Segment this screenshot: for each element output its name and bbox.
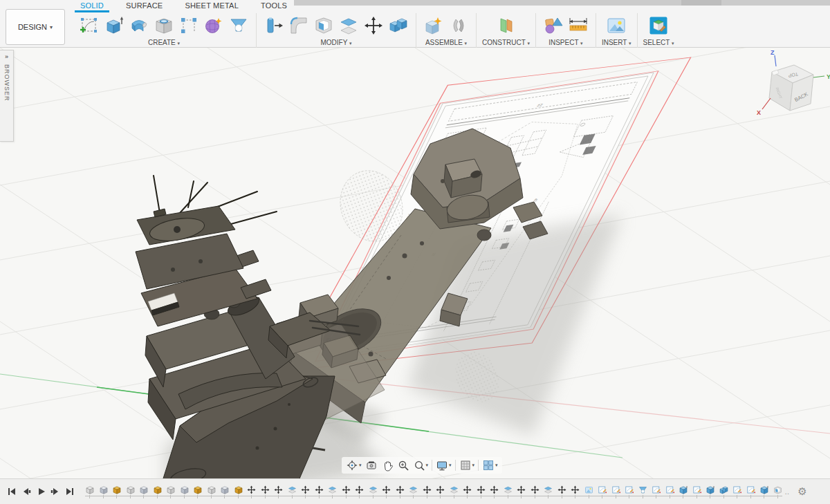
timeline-feature-box-shaded-7[interactable] — [180, 485, 189, 494]
timeline-feature-box-0[interactable] — [85, 485, 94, 494]
timeline-feature-extrude-44[interactable] — [679, 485, 688, 494]
timeline-feature-combine-47[interactable] — [719, 485, 728, 494]
timeline-feature-sketch-39[interactable] — [611, 485, 620, 494]
timeline-feature-sketch-40[interactable] — [625, 485, 634, 494]
timeline-feature-box-gold-8[interactable] — [193, 485, 202, 494]
timeline-feature-offset-21[interactable] — [369, 485, 378, 494]
timeline-feature-sketch-43[interactable] — [665, 485, 674, 494]
group-label-modify[interactable]: MODIFY ▾ — [321, 39, 352, 46]
timeline-feature-move-14[interactable] — [274, 485, 283, 494]
timeline-feature-move-13[interactable] — [261, 485, 270, 494]
toolbar-icon-form[interactable] — [202, 14, 225, 37]
tab-surface[interactable]: SURFACE — [115, 0, 174, 12]
timeline-feature-offset-27[interactable] — [450, 485, 459, 494]
view-control-fit-icon[interactable]: ▾ — [413, 459, 429, 472]
toolbar-icon-measure[interactable] — [566, 14, 590, 37]
timeline-feature-move-16[interactable] — [301, 485, 310, 494]
playback-play-button[interactable] — [35, 486, 46, 498]
timeline-feature-sketch-45[interactable] — [692, 485, 701, 494]
timeline-feature-sketch-42[interactable] — [652, 485, 661, 494]
timeline-feature-box-6[interactable] — [166, 485, 175, 494]
toolbar-icon-pattern[interactable] — [177, 14, 201, 37]
timeline-feature-move-36[interactable] — [571, 485, 580, 494]
expand-panel-icon[interactable]: » — [5, 53, 8, 60]
timeline-feature-move-33[interactable] — [531, 485, 540, 494]
group-label-create[interactable]: CREATE ▾ — [148, 39, 180, 46]
timeline-feature-move-12[interactable] — [247, 485, 256, 494]
timeline-feature-move-26[interactable] — [436, 485, 445, 494]
playback-go-start-button[interactable] — [6, 486, 17, 498]
timeline-feature-box-gold-11[interactable] — [234, 485, 243, 494]
timeline-feature-move-19[interactable] — [342, 485, 351, 494]
chevron-down-icon[interactable]: ▾ — [472, 463, 475, 468]
browser-panel-collapsed[interactable]: » BROWSER — [0, 50, 14, 142]
toolbar-icon-sketch[interactable] — [77, 14, 101, 37]
timeline-feature-move-22[interactable] — [382, 485, 391, 494]
view-control-zoom-icon[interactable] — [397, 459, 409, 472]
playback-step-back-button[interactable] — [20, 486, 32, 498]
view-control-look-at-icon[interactable] — [365, 459, 378, 472]
timeline-feature-sketch-48[interactable] — [732, 485, 741, 494]
timeline-feature-shell-51[interactable] — [773, 485, 782, 494]
toolbar-icon-select[interactable] — [647, 14, 670, 37]
toolbar-icon-funnel[interactable] — [227, 14, 250, 37]
timeline-feature-box-gold-2[interactable] — [112, 485, 121, 494]
tab-sheet-metal[interactable]: SHEET METAL — [174, 0, 250, 12]
timeline-feature-offset-34[interactable] — [544, 485, 553, 494]
view-control-viewports-icon[interactable]: ▾ — [482, 459, 498, 472]
timeline-feature-box-shaded-1[interactable] — [99, 485, 108, 494]
toolbar-icon-offset[interactable] — [337, 14, 360, 37]
chevron-down-icon[interactable]: ▾ — [449, 463, 452, 468]
group-label-construct[interactable]: CONSTRUCT ▾ — [482, 39, 530, 46]
chevron-down-icon[interactable]: ▾ — [495, 463, 498, 468]
toolbar-icon-plane[interactable] — [494, 14, 517, 37]
design-menu-button[interactable]: DESIGN ▾ — [6, 9, 65, 45]
timeline-feature-box-shaded-10[interactable] — [220, 485, 229, 494]
timeline-feature-box-gold-5[interactable] — [153, 485, 162, 494]
toolbar-icon-image[interactable] — [605, 14, 628, 37]
toolbar-icon-joint[interactable] — [447, 14, 470, 37]
timeline-feature-offset-15[interactable] — [288, 485, 297, 494]
toolbar-icon-extrude[interactable] — [102, 14, 126, 37]
toolbar-icon-shell[interactable] — [312, 14, 335, 37]
timeline-feature-sketch-49[interactable] — [746, 485, 755, 494]
timeline-track[interactable] — [85, 484, 782, 500]
timeline-feature-move-32[interactable] — [517, 485, 526, 494]
toolbar-icon-fillet[interactable] — [287, 14, 311, 37]
group-label-select[interactable]: SELECT ▾ — [643, 39, 674, 46]
toolbar-icon-inspect-shapes[interactable] — [542, 14, 565, 37]
timeline-feature-move-17[interactable] — [315, 485, 324, 494]
timeline-feature-move-23[interactable] — [396, 485, 405, 494]
timeline-feature-move-35[interactable] — [557, 485, 566, 494]
timeline-feature-move-20[interactable] — [355, 485, 364, 494]
timeline-feature-move-29[interactable] — [477, 485, 486, 494]
timeline-feature-box-3[interactable] — [126, 485, 135, 494]
group-label-inspect[interactable]: INSPECT ▾ — [548, 39, 582, 46]
playback-go-end-button[interactable] — [64, 486, 75, 498]
toolbar-icon-combine[interactable] — [387, 14, 410, 37]
tab-tools[interactable]: TOOLS — [250, 0, 298, 12]
chevron-down-icon[interactable]: ▾ — [359, 463, 362, 468]
timeline-feature-move-25[interactable] — [423, 485, 432, 494]
group-label-insert[interactable]: INSERT ▾ — [602, 39, 631, 46]
3d-viewport[interactable]: 22 42 32 1-250 — [0, 48, 830, 478]
timeline-feature-offset-24[interactable] — [409, 485, 418, 494]
view-control-orbit-icon[interactable]: ▾ — [346, 459, 362, 472]
timeline-feature-funnel-41[interactable] — [638, 485, 647, 494]
timeline-feature-move-30[interactable] — [490, 485, 499, 494]
toolbar-icon-hole[interactable] — [152, 14, 176, 37]
timeline-feature-extrude-50[interactable] — [759, 485, 768, 494]
timeline-feature-sketch-38[interactable] — [598, 485, 607, 494]
timeline-feature-move-28[interactable] — [463, 485, 472, 494]
timeline-settings-gear-icon[interactable]: ⚙ — [797, 485, 806, 498]
timeline-feature-canvas-37[interactable] — [584, 485, 593, 494]
view-control-pan-icon[interactable] — [381, 459, 394, 472]
view-control-grid-icon[interactable]: ▾ — [459, 459, 475, 472]
toolbar-icon-revolve[interactable] — [127, 14, 151, 37]
toolbar-icon-new-component[interactable] — [422, 14, 445, 37]
toolbar-icon-move[interactable] — [362, 14, 385, 37]
chevron-down-icon[interactable]: ▾ — [426, 463, 429, 468]
group-label-assemble[interactable]: ASSEMBLE ▾ — [425, 39, 467, 46]
timeline-feature-offset-18[interactable] — [328, 485, 337, 494]
tab-solid[interactable]: SOLID — [69, 0, 115, 12]
